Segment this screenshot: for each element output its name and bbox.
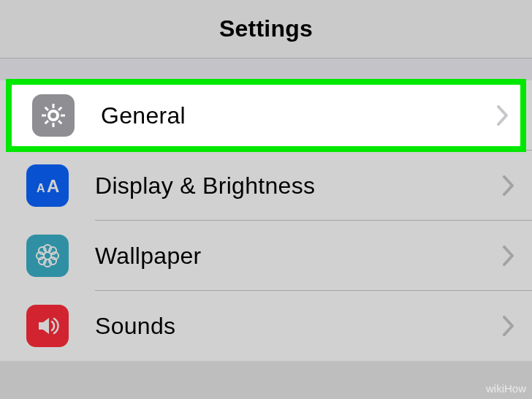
header: Settings	[0, 0, 532, 58]
row-sounds[interactable]: Sounds	[0, 291, 532, 361]
row-label: Wallpaper	[95, 243, 503, 270]
chevron-right-icon	[497, 105, 509, 126]
speaker-icon	[26, 305, 69, 347]
row-wallpaper[interactable]: Wallpaper	[0, 221, 532, 291]
svg-text:A: A	[47, 176, 59, 196]
row-label: General	[101, 102, 497, 129]
row-label: Sounds	[95, 313, 503, 340]
watermark: wikiHow	[486, 382, 526, 395]
gear-icon	[32, 94, 75, 137]
chevron-right-icon	[503, 316, 514, 336]
svg-rect-24	[45, 120, 49, 124]
svg-rect-23	[58, 107, 62, 111]
svg-rect-21	[42, 115, 46, 117]
svg-rect-20	[53, 123, 55, 127]
svg-text:A: A	[37, 182, 45, 194]
chevron-right-icon	[503, 175, 514, 196]
row-label: Display & Brightness	[95, 172, 503, 200]
svg-rect-19	[53, 104, 55, 108]
row-display-brightness[interactable]: AA Display & Brightness	[0, 151, 532, 221]
flower-icon	[26, 235, 69, 277]
section-gap	[0, 58, 532, 80]
page-title: Settings	[219, 15, 313, 42]
highlight-general[interactable]: General	[6, 79, 526, 152]
svg-rect-22	[61, 115, 65, 117]
svg-rect-25	[45, 107, 49, 111]
svg-rect-26	[58, 120, 62, 124]
chevron-right-icon	[503, 246, 514, 266]
text-size-icon: AA	[26, 164, 69, 207]
